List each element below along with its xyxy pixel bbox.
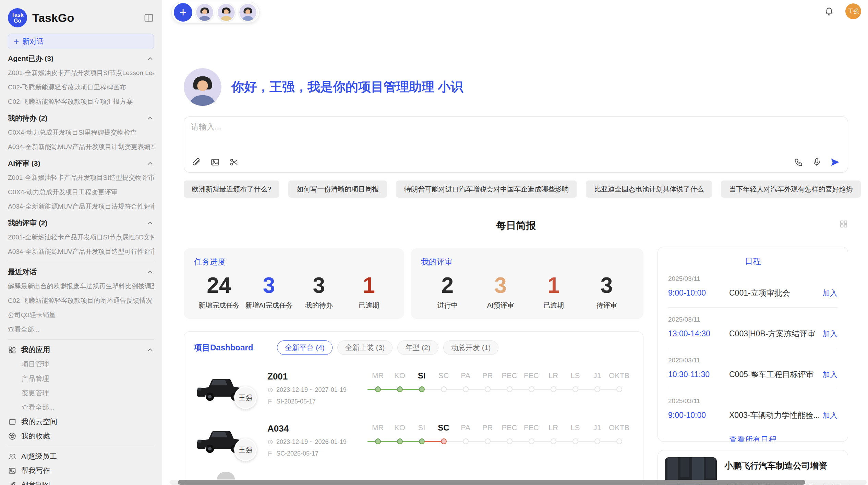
dashboard-tab[interactable]: 年型 (2) xyxy=(397,340,438,355)
sidebar-section-title: 最近对话 xyxy=(8,267,37,277)
join-meeting-link[interactable]: 加入 xyxy=(822,329,837,339)
milestone-dot xyxy=(441,438,447,444)
sidebar-section-title: AI评审 (3) xyxy=(8,159,40,168)
new-chat-button[interactable]: + 新对话 xyxy=(8,34,154,49)
chevron-up-icon[interactable] xyxy=(146,55,154,62)
sidebar-app-subitem[interactable]: 查看全部... xyxy=(8,400,154,414)
sidebar-section-header: AI评审 (3) xyxy=(8,156,154,171)
daily-brief-title: 每日简报 xyxy=(496,220,536,231)
milestone-label: PR xyxy=(477,370,498,382)
dashboard-header: 项目Dashboard 全新平台 (4)全新上装 (3)年型 (2)动总开发 (… xyxy=(184,332,643,358)
sidebar-task-item[interactable]: C02-飞腾新能源轻客改款项目里程碑画布 xyxy=(8,80,154,95)
dashboard-title: 项目Dashboard xyxy=(194,342,253,353)
dashboard-tab[interactable]: 动总开发 (1) xyxy=(443,340,499,355)
horizontal-scrollbar[interactable] xyxy=(170,480,867,485)
chevron-up-icon[interactable] xyxy=(146,219,154,227)
sidebar-task-item[interactable]: A034-全新新能源MUV产品开发项目计划变更表编写 xyxy=(8,140,154,154)
message-input[interactable] xyxy=(191,122,841,132)
sidebar-app-subitem[interactable]: 产品管理 xyxy=(8,371,154,386)
sidebar-tool-AI超级员工[interactable]: AI超级员工 xyxy=(8,449,154,463)
join-meeting-link[interactable]: 加入 xyxy=(822,410,837,421)
milestone-connector xyxy=(553,389,575,390)
left-column: 任务进度24新增完成任务3新增AI完成任务3我的待办1已逾期我的评审2进行中3A… xyxy=(184,248,643,485)
milestone-dot xyxy=(594,386,600,392)
sidebar-item-我的云空间[interactable]: 我的云空间 xyxy=(8,414,154,429)
sidebar-recent-chat-item[interactable]: 解释最新出台的欧盟报废车法规再生塑料比例被调至15%... xyxy=(8,279,154,294)
user-avatar[interactable]: 王强 xyxy=(845,3,861,19)
sidebar-app-subitem[interactable]: 变更管理 xyxy=(8,386,154,400)
milestone-dot xyxy=(419,438,425,444)
milestone-connector xyxy=(509,389,531,390)
send-icon[interactable] xyxy=(830,158,840,167)
join-meeting-link[interactable]: 加入 xyxy=(822,370,837,380)
milestone-label: PR xyxy=(477,422,498,434)
join-meeting-link[interactable]: 加入 xyxy=(822,288,837,298)
new-session-button[interactable]: + xyxy=(174,3,192,22)
sidebar-task-item[interactable]: C02-飞腾新能源轻客改款项目立项汇报方案 xyxy=(8,95,154,109)
milestone-connector xyxy=(422,441,444,442)
sidebar-task-item[interactable]: C0X4-动力总成开发项目SI里程碑提交物检查 xyxy=(8,125,154,140)
suggestion-chip[interactable]: 如何写一份清晰的项目周报 xyxy=(288,181,387,198)
sidebar-collapse-icon[interactable] xyxy=(144,13,154,23)
image-icon[interactable] xyxy=(210,158,220,167)
schedule-line: 9:00-10:00C001-立项审批会加入 xyxy=(668,288,837,298)
scissors-icon[interactable] xyxy=(229,158,239,167)
sidebar-task-item[interactable]: Z001-全新燃油轻卡产品开发项目SI造型提交物评审 xyxy=(8,171,154,185)
chevron-up-icon[interactable] xyxy=(146,160,154,167)
mic-icon[interactable] xyxy=(812,158,821,167)
sidebar-task-item[interactable]: A034-全新新能源MUV产品开发项目造型可行性评审 xyxy=(8,245,154,259)
project-code: Z001 xyxy=(267,371,353,382)
stat-value: 3 xyxy=(580,272,633,299)
sidebar-item-我的收藏[interactable]: 我的收藏 xyxy=(8,429,154,443)
sidebar-recent-chat-item[interactable]: C02-飞腾新能源轻客改款项目的闭环通告反馈情况 xyxy=(8,294,154,308)
horizontal-scrollbar-thumb[interactable] xyxy=(178,480,805,485)
sidebar-recent-chat-item[interactable]: 公司Q3轻卡销量 xyxy=(8,308,154,322)
sidebar-recent-chat-item[interactable]: 查看全部... xyxy=(8,322,154,337)
milestone-connector xyxy=(531,389,553,390)
stat-item: 1已逾期 xyxy=(344,272,394,310)
session-avatar[interactable] xyxy=(239,3,257,22)
layout-grid-icon[interactable] xyxy=(839,220,848,228)
suggestion-chip[interactable]: 欧洲新规最近颁布了什么? xyxy=(184,181,279,198)
schedule-time: 9:00-10:00 xyxy=(668,411,729,420)
stat-label: 新增完成任务 xyxy=(194,301,244,310)
session-avatar[interactable] xyxy=(217,3,236,22)
sidebar-task-item[interactable]: Z001-全新燃油皮卡产品开发项目SI节点Lesson Learn报告 xyxy=(8,66,154,80)
clock-icon xyxy=(267,387,273,393)
milestone-connector xyxy=(422,389,444,390)
sidebar-task-item[interactable]: C0X4-动力总成开发项目工程变更评审 xyxy=(8,185,154,199)
paperclip-icon[interactable] xyxy=(192,158,201,167)
session-avatar[interactable] xyxy=(195,3,214,22)
sidebar-header: Task Go TaskGo xyxy=(8,4,154,32)
view-all-schedule-link[interactable]: 查看所有日程 xyxy=(658,430,848,442)
chevron-up-icon[interactable] xyxy=(146,268,154,276)
quill-icon xyxy=(8,481,16,485)
phone-icon[interactable] xyxy=(794,158,803,167)
flag-icon xyxy=(267,399,273,405)
chevron-up-icon[interactable] xyxy=(146,114,154,122)
dashboard-tab[interactable]: 全新上装 (3) xyxy=(337,340,393,355)
suggestion-chip[interactable]: 比亚迪全固态电池计划具体说了什么 xyxy=(586,181,712,198)
sidebar-tool-帮我写作[interactable]: 帮我写作 xyxy=(8,463,154,478)
chevron-up-icon[interactable] xyxy=(146,346,154,353)
suggestion-chip[interactable]: 当下年轻人对汽车外观有怎样的喜好趋势 xyxy=(721,181,861,198)
stat-item: 3AI预评审 xyxy=(474,272,527,310)
milestone-connector xyxy=(575,441,597,442)
sidebar-task-item[interactable]: Z001-全新燃油轻卡产品开发项目SI节点属性5D文件评审 xyxy=(8,230,154,245)
stats-row: 任务进度24新增完成任务3新增AI完成任务3我的待办1已逾期我的评审2进行中3A… xyxy=(184,248,643,319)
milestone: OKTB xyxy=(608,422,630,444)
app-logo: Task Go xyxy=(8,8,27,27)
milestone-label: KO xyxy=(389,370,411,382)
dashboard-tab[interactable]: 全新平台 (4) xyxy=(277,340,333,355)
milestone-label: SI xyxy=(411,370,433,382)
sidebar-sections: Agent已办 (3)Z001-全新燃油皮卡产品开发项目SI节点Lesson L… xyxy=(8,51,154,485)
suggestion-chip[interactable]: 特朗普可能对进口汽车增税会对中国车企造成哪些影响 xyxy=(396,181,577,198)
sidebar-task-item[interactable]: A034-全新新能源MUV产品开发项目法规符合性评审 xyxy=(8,199,154,214)
star-icon xyxy=(8,432,16,440)
stat-value: 2 xyxy=(421,272,474,299)
schedule-item: 2025/03/1113:00-14:30C003|H0B-方案冻结评审加入 xyxy=(668,308,837,348)
sidebar-tool-创意制图[interactable]: 创意制图 xyxy=(8,478,154,485)
sidebar-section-header: Agent已办 (3) xyxy=(8,51,154,66)
notification-bell-icon[interactable] xyxy=(824,7,834,16)
sidebar-app-subitem[interactable]: 项目管理 xyxy=(8,357,154,371)
